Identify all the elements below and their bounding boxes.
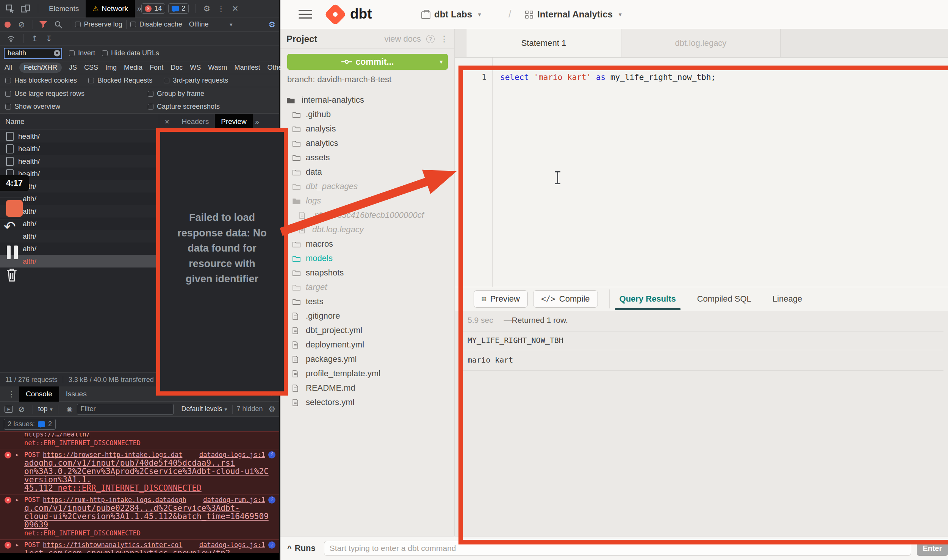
network-request-row[interactable]: alth/ <box>0 242 159 255</box>
folder-item-models[interactable]: models <box>280 251 454 266</box>
checkbox-capture-screenshots[interactable]: Capture screenshots <box>148 103 220 111</box>
expand-arrow-icon[interactable]: ▶ <box>16 496 19 504</box>
import-har-icon[interactable]: ↥ <box>31 34 38 43</box>
dbt-command-input[interactable] <box>324 541 911 556</box>
console-link[interactable]: https://…/health/ <box>24 433 275 438</box>
help-icon[interactable]: ? <box>426 35 435 43</box>
search-icon[interactable] <box>52 20 65 29</box>
tab-issues[interactable]: Issues <box>59 386 94 402</box>
console-link[interactable]: on%3A3.0.2%2Cenv%3Aprod%2Cservice%3Adbt-… <box>24 467 272 484</box>
checkbox-icon[interactable] <box>130 22 136 27</box>
throttling-select[interactable]: Offline <box>189 20 209 28</box>
chevron-down-icon[interactable]: ▾ <box>230 21 233 28</box>
tab-query-results[interactable]: Query Results <box>619 294 676 304</box>
folder-item-tests[interactable]: tests <box>280 294 454 309</box>
folder-item-assets[interactable]: assets <box>280 150 454 165</box>
compile-button[interactable]: </> Compile <box>533 290 598 308</box>
preview-button[interactable]: ⊞ Preview <box>474 290 528 308</box>
context-selector[interactable]: top ▾ <box>38 405 53 413</box>
network-filter-input[interactable] <box>4 48 62 59</box>
close-detail-icon[interactable]: ✕ <box>164 118 169 125</box>
checkbox-icon[interactable] <box>75 22 81 27</box>
folder-item-data[interactable]: data <box>280 165 454 179</box>
filter-chip-wasm[interactable]: Wasm <box>208 64 227 72</box>
clear-icon[interactable]: ⊘ <box>18 20 25 29</box>
log-levels-selector[interactable]: Default levels ▾ <box>181 405 227 413</box>
network-request-row[interactable]: health/ <box>0 155 159 167</box>
network-request-row[interactable]: alth/ <box>0 230 159 242</box>
close-devtools-icon[interactable]: ✕ <box>232 4 239 13</box>
checkbox-disable-cache[interactable]: Disable cache <box>130 20 182 28</box>
tab-dbt-log-legacy[interactable]: dbt.log.legacy <box>621 29 781 57</box>
filter-chip-all[interactable]: All <box>5 64 12 72</box>
console-error-entry[interactable]: ✕▶POST https://rum-http-intake.logs.data… <box>0 494 279 539</box>
source-link[interactable]: datadog-rum.js:1 <box>203 496 265 504</box>
error-count-badge[interactable]: ✕ 14 <box>141 3 165 14</box>
checkbox-blocked-requests[interactable]: Blocked Requests <box>88 77 152 84</box>
console-link[interactable]: https://rum-http-intake.logs.datadogh <box>43 496 186 504</box>
checkbox-has-blocked-cookies[interactable]: Has blocked cookies <box>5 77 77 84</box>
folder-item-macros[interactable]: macros <box>280 237 454 251</box>
tab-compiled-sql[interactable]: Compiled SQL <box>697 294 751 304</box>
export-har-icon[interactable]: ↧ <box>46 34 53 43</box>
sidebar-kebab-icon[interactable]: ⋮ <box>440 34 448 44</box>
filter-chip-fetch-xhr[interactable]: Fetch/XHR <box>19 63 62 73</box>
console-error-entry[interactable]: https://…/health/net::ERR_INTERNET_DISCO… <box>0 431 279 449</box>
chevron-down-icon[interactable]: ▾ <box>440 58 443 65</box>
folder-item-internal-analytics[interactable]: internal-analytics <box>280 93 454 107</box>
more-tabs-icon[interactable]: » <box>137 4 141 13</box>
filter-chip-ws[interactable]: WS <box>190 64 201 72</box>
record-icon[interactable] <box>5 22 11 28</box>
console-filter-input[interactable] <box>77 404 174 415</box>
checkbox-use-large-request-rows[interactable]: Use large request rows <box>5 90 84 98</box>
filter-chip-css[interactable]: CSS <box>84 64 98 72</box>
console-link[interactable]: q.com/v1/input/pube02284...d%2Cservice%3… <box>24 504 272 512</box>
sql-code-line[interactable]: select 'mario kart' as my_life_right_now… <box>500 73 716 82</box>
folder-item-target[interactable]: target <box>280 280 454 294</box>
file-item-packages-yml[interactable]: packages.yml <box>280 352 454 366</box>
network-request-row[interactable]: health/ <box>0 130 159 142</box>
runs-toggle[interactable]: ^ Runs <box>287 543 316 553</box>
filter-chip-media[interactable]: Media <box>124 64 142 72</box>
file-item-readme-md[interactable]: README.md <box>280 381 454 395</box>
checkbox-icon[interactable] <box>69 50 75 56</box>
network-request-row[interactable]: alth/ <box>0 192 159 205</box>
issues-summary-badge[interactable]: 2 Issues: 2 <box>4 419 56 430</box>
folder-item-analytics[interactable]: analytics <box>280 136 454 150</box>
console-link[interactable]: lect.com/com.snowplowanalytics.snowplow/… <box>24 549 272 553</box>
file-item-dbt-project-yml[interactable]: dbt_project.yml <box>280 323 454 338</box>
recorder-trash-icon[interactable] <box>5 267 18 284</box>
console-link[interactable]: 45.112 net::ERR_INTERNET_DISCONNECTED <box>24 484 272 492</box>
account-selector[interactable]: dbt Labs ▾ <box>421 9 481 20</box>
filter-funnel-icon[interactable] <box>37 21 50 28</box>
hamburger-menu-icon[interactable] <box>299 10 312 21</box>
file-item-deployment-yml[interactable]: deployment.yml <box>280 338 454 352</box>
device-toolbar-icon[interactable] <box>19 4 32 14</box>
folder-item-github[interactable]: .github <box>280 107 454 122</box>
more-detail-tabs-icon[interactable]: » <box>255 117 259 126</box>
folder-item-logs[interactable]: logs <box>280 194 454 208</box>
hidden-messages-count[interactable]: 7 hidden <box>236 405 263 413</box>
checkbox-icon[interactable] <box>148 91 153 97</box>
checkbox-icon[interactable] <box>5 78 11 83</box>
network-request-row[interactable]: alth/ <box>0 255 159 267</box>
checkbox-hide-data-urls[interactable]: Hide data URLs <box>102 49 159 57</box>
filter-chip-manifest[interactable]: Manifest <box>235 64 260 72</box>
checkbox-icon[interactable] <box>88 78 94 83</box>
view-docs-link[interactable]: view docs <box>384 34 421 44</box>
network-conditions-icon[interactable] <box>5 35 17 42</box>
file-item-gitignore[interactable]: .gitignore <box>280 309 454 323</box>
checkbox-group-by-frame[interactable]: Group by frame <box>148 90 204 98</box>
console-settings-gear-icon[interactable]: ⚙ <box>268 405 275 414</box>
network-request-row[interactable]: alth/ <box>0 205 159 217</box>
checkbox-icon[interactable] <box>5 91 11 97</box>
folder-item-snapshots[interactable]: snapshots <box>280 266 454 280</box>
code-editor[interactable]: 1 select 'mario kart' as my_life_right_n… <box>455 58 948 287</box>
commit-button[interactable]: commit... ▾ <box>287 54 448 70</box>
tab-network[interactable]: ⚠ Network <box>86 0 135 17</box>
file-item-dbt-log-legacy[interactable]: dbt.log.legacy <box>280 222 454 237</box>
inspect-icon[interactable] <box>4 4 17 14</box>
recorder-undo-icon[interactable]: ↶ <box>4 218 16 235</box>
enter-button[interactable]: Enter <box>917 541 948 556</box>
filter-chip-doc[interactable]: Doc <box>171 64 183 72</box>
